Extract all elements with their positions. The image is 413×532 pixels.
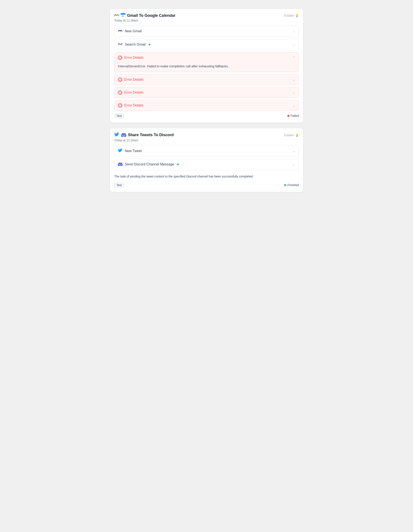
status-text-finished: Finished — [287, 183, 299, 187]
gmail-icon — [114, 13, 119, 18]
error-details-4-left: ◯ Error Details — [118, 103, 143, 108]
error-icon-1: ◯ — [118, 56, 122, 60]
chevron-down-icon-7: ⌄ — [292, 163, 295, 166]
twitter-row-icon — [118, 149, 123, 153]
status-text-failed: Failed — [291, 114, 299, 117]
chevron-down-icon-5: ⌄ — [292, 104, 295, 107]
gmail-row-icon — [118, 29, 123, 34]
error-details-1-content: InternalServerError: Failed to make comp… — [114, 61, 299, 72]
status-indicator-1: Failed — [287, 114, 299, 117]
send-discord-active-dot — [177, 163, 179, 165]
error-details-3-label: Error Details — [124, 91, 143, 95]
discord-row-icon — [118, 162, 123, 167]
chevron-down-icon-4: ⌄ — [292, 91, 295, 94]
new-gmail-row[interactable]: New Gmail ⌄ — [114, 26, 299, 37]
send-discord-row[interactable]: Send Discord Channel Message ⌄ — [114, 159, 299, 170]
card-header: 31 Gmail To Google Calendar Explain 💡 — [114, 13, 299, 18]
twitter-icon — [114, 133, 119, 138]
test-badge-2[interactable]: Test — [114, 183, 124, 188]
search-gmail-row[interactable]: Search Gmail ⌄ — [114, 39, 299, 50]
search-gmail-label: Search Gmail — [125, 43, 146, 47]
explain-icon-2: 💡 — [295, 133, 299, 137]
error-message-1: InternalServerError: Failed to make comp… — [118, 64, 229, 68]
status-indicator-2: Finished — [284, 183, 299, 187]
new-tweet-label: New Tweet — [125, 149, 142, 153]
error-details-1-wrapper: ◯ Error Details ⌃ InternalServerError: F… — [114, 52, 299, 72]
new-gmail-label: New Gmail — [125, 29, 141, 33]
explain-label-2: Explain — [284, 133, 294, 137]
status-dot-failed — [287, 115, 289, 117]
error-icon-4: ◯ — [118, 103, 122, 108]
search-gmail-active-dot — [149, 44, 150, 45]
card-header-left: 31 Gmail To Google Calendar — [114, 13, 176, 18]
page-container: 31 Gmail To Google Calendar Explain 💡 To… — [110, 9, 303, 523]
card-footer-1: Test Failed — [114, 113, 299, 118]
explain-label: Explain — [284, 14, 294, 17]
calendar-icon: 31 — [121, 13, 125, 18]
card-timestamp-2: Today at 11:28am — [114, 139, 299, 142]
card-timestamp: Today at 11:30am — [114, 19, 299, 22]
svg-rect-4 — [121, 13, 125, 15]
chevron-down-icon: ⌄ — [292, 29, 295, 33]
gmail-search-icon — [118, 42, 123, 47]
error-details-4-row[interactable]: ◯ Error Details ⌄ — [114, 100, 299, 111]
error-icon-2: ◯ — [118, 77, 122, 82]
card-title: Gmail To Google Calendar — [127, 13, 176, 18]
send-discord-left: Send Discord Channel Message — [118, 162, 179, 167]
error-details-2-label: Error Details — [124, 78, 143, 82]
workflow-card-gmail-calendar: 31 Gmail To Google Calendar Explain 💡 To… — [110, 9, 303, 123]
error-details-3-left: ◯ Error Details — [118, 90, 143, 95]
explain-icon: 💡 — [295, 14, 299, 17]
error-details-2-row[interactable]: ◯ Error Details ⌄ — [114, 74, 299, 85]
explain-button-2[interactable]: Explain 💡 — [284, 133, 299, 137]
search-gmail-left: Search Gmail — [118, 42, 150, 47]
chevron-down-icon-2: ⌄ — [292, 43, 295, 46]
success-message: The task of sending the tweet content to… — [114, 172, 299, 180]
chevron-down-icon-6: ⌄ — [292, 149, 295, 153]
error-details-1-label: Error Details — [124, 56, 143, 60]
new-tweet-row[interactable]: New Tweet ⌄ — [114, 145, 299, 157]
discord-icon — [121, 133, 126, 138]
error-details-4-label: Error Details — [124, 104, 143, 107]
new-gmail-left: New Gmail — [118, 29, 141, 34]
send-discord-label: Send Discord Channel Message — [125, 162, 174, 166]
explain-button[interactable]: Explain 💡 — [284, 14, 299, 17]
card-header-2: Share Tweets To Discord Explain 💡 — [114, 133, 299, 138]
card-footer-2: Test Finished — [114, 183, 299, 188]
chevron-up-icon: ⌃ — [292, 56, 295, 59]
status-dot-finished — [284, 184, 286, 186]
card-header-left-2: Share Tweets To Discord — [114, 133, 174, 138]
workflow-card-twitter-discord: Share Tweets To Discord Explain 💡 Today … — [110, 128, 303, 192]
error-details-2-left: ◯ Error Details — [118, 77, 143, 82]
chevron-down-icon-3: ⌄ — [292, 78, 295, 81]
error-icon-3: ◯ — [118, 90, 122, 95]
svg-text:31: 31 — [122, 15, 124, 17]
card-title-2: Share Tweets To Discord — [128, 133, 174, 137]
error-details-1-left: ◯ Error Details — [118, 56, 143, 60]
test-badge-1[interactable]: Test — [114, 113, 124, 118]
new-tweet-left: New Tweet — [118, 149, 142, 153]
error-details-3-row[interactable]: ◯ Error Details ⌄ — [114, 87, 299, 98]
